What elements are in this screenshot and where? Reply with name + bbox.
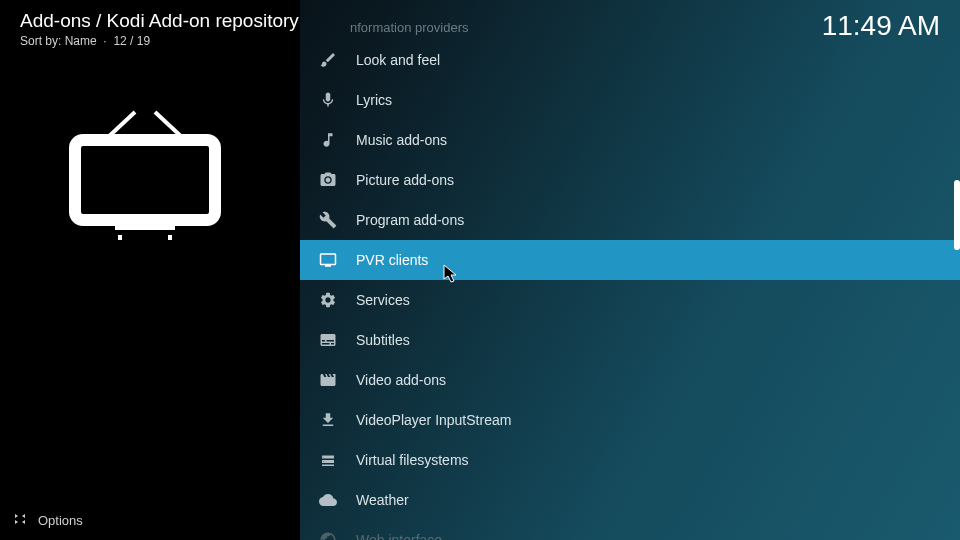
music-icon xyxy=(316,128,340,152)
subtitles-icon xyxy=(316,328,340,352)
camera-icon xyxy=(316,168,340,192)
mouse-cursor xyxy=(443,264,459,288)
list-item-subtitles[interactable]: Subtitles xyxy=(300,320,960,360)
list-item-program-add-ons[interactable]: Program add-ons xyxy=(300,200,960,240)
list-item-pvr-clients[interactable]: PVR clients xyxy=(300,240,960,280)
download-icon xyxy=(316,408,340,432)
list-item-virtual-filesystems[interactable]: Virtual filesystems xyxy=(300,440,960,480)
sidebar xyxy=(0,0,300,540)
film-icon xyxy=(316,368,340,392)
gear-icon xyxy=(316,288,340,312)
globe-icon xyxy=(316,528,340,540)
tv-icon xyxy=(60,110,230,240)
list-item-web-interface[interactable]: Web interface xyxy=(300,520,960,540)
list-item-label: Music add-ons xyxy=(356,132,447,148)
tools-icon xyxy=(316,208,340,232)
scrollbar-thumb[interactable] xyxy=(954,180,960,250)
list-item-label: Subtitles xyxy=(356,332,410,348)
tv-icon xyxy=(316,248,340,272)
list-item-label: Picture add-ons xyxy=(356,172,454,188)
weather-icon xyxy=(316,488,340,512)
list-item-weather[interactable]: Weather xyxy=(300,480,960,520)
list-item-video-add-ons[interactable]: Video add-ons xyxy=(300,360,960,400)
list-item-lyrics[interactable]: Lyrics xyxy=(300,80,960,120)
list-item-label: Lyrics xyxy=(356,92,392,108)
list-item-label: VideoPlayer InputStream xyxy=(356,412,511,428)
clock: 11:49 AM xyxy=(822,10,940,48)
breadcrumb: Add-ons / Kodi Add-on repository xyxy=(20,10,299,32)
category-list: Look and feelLyricsMusic add-onsPicture … xyxy=(300,0,960,540)
list-item-label: Video add-ons xyxy=(356,372,446,388)
list-item-label: Program add-ons xyxy=(356,212,464,228)
list-item-label: Weather xyxy=(356,492,409,508)
list-item-videoplayer-inputstream[interactable]: VideoPlayer InputStream xyxy=(300,400,960,440)
header: Add-ons / Kodi Add-on repository Sort by… xyxy=(0,0,960,58)
hdd-icon xyxy=(316,448,340,472)
list-item-label: Virtual filesystems xyxy=(356,452,469,468)
options-icon xyxy=(12,511,28,530)
list-item-label: Services xyxy=(356,292,410,308)
list-item-label: PVR clients xyxy=(356,252,428,268)
footer-options[interactable]: Options xyxy=(12,511,83,530)
subheader: Sort by: Name · 12 / 19 xyxy=(20,34,299,48)
list-item-picture-add-ons[interactable]: Picture add-ons xyxy=(300,160,960,200)
list-item-services[interactable]: Services xyxy=(300,280,960,320)
options-label: Options xyxy=(38,513,83,528)
list-item-music-add-ons[interactable]: Music add-ons xyxy=(300,120,960,160)
svg-rect-4 xyxy=(75,140,215,220)
mic-icon xyxy=(316,88,340,112)
svg-rect-5 xyxy=(115,224,175,230)
list-item-label: Web interface xyxy=(356,532,442,540)
